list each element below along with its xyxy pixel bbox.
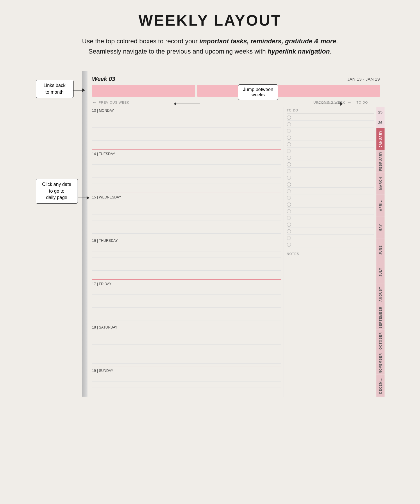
todo-item[interactable] — [287, 175, 374, 181]
day-label-tuesday[interactable]: 14| TUESDAY — [92, 150, 281, 157]
day-label-monday[interactable]: 13| MONDAY — [92, 107, 281, 114]
todo-column-header: TO DO — [287, 107, 374, 113]
todo-item[interactable] — [287, 182, 374, 188]
day-block-saturday: 18| SATURDAY — [92, 324, 281, 366]
side-tab-february[interactable]: FEBRUARY — [376, 150, 385, 172]
todo-item[interactable] — [287, 235, 374, 241]
todo-line — [293, 243, 374, 247]
side-tab-april[interactable]: APRIL — [376, 194, 385, 216]
day-line — [92, 314, 281, 320]
todo-item[interactable] — [287, 135, 374, 141]
todo-line — [293, 142, 374, 146]
todo-circle — [287, 189, 291, 193]
side-tab-september[interactable]: SEPTEMBER — [376, 305, 385, 330]
todo-line — [293, 229, 374, 233]
side-tab-december[interactable]: DECEM... — [376, 375, 385, 397]
todo-item[interactable] — [287, 228, 374, 235]
todo-line — [293, 129, 374, 133]
todo-item[interactable] — [287, 115, 374, 121]
todo-line — [293, 149, 374, 153]
todo-circle — [287, 236, 291, 240]
todo-circle — [287, 136, 291, 140]
day-line — [92, 184, 281, 190]
day-line — [92, 178, 281, 184]
page-title: WEEKLY LAYOUT — [138, 12, 281, 29]
day-line — [92, 128, 281, 134]
nav-row: ← PREVIOUS WEEK Jump between weeks — [92, 100, 385, 105]
todo-line — [293, 176, 374, 180]
day-line — [92, 345, 281, 351]
todo-circle — [287, 182, 291, 187]
todo-item[interactable] — [287, 162, 374, 168]
side-tab-october[interactable]: OCTOBER — [376, 330, 385, 352]
todo-item[interactable] — [287, 208, 374, 214]
day-label-wednesday[interactable]: 15| WEDNESDAY — [92, 194, 281, 200]
day-line — [92, 258, 281, 264]
day-line — [92, 351, 281, 357]
side-tab-25[interactable]: 25 — [376, 107, 385, 117]
todo-circle — [287, 156, 291, 160]
day-line — [92, 332, 281, 338]
day-label-saturday[interactable]: 18| SATURDAY — [92, 324, 281, 331]
day-label-friday[interactable]: 17 | FRIDAY — [92, 280, 281, 287]
todo-circle — [287, 176, 291, 180]
side-tab-august[interactable]: AUGUST — [376, 283, 385, 305]
side-tab-may[interactable]: MAY — [376, 216, 385, 239]
side-tab-march[interactable]: MARCH — [376, 172, 385, 194]
planner-header: Week 03 JAN 13 - JAN 19 — [92, 76, 385, 82]
day-line — [92, 308, 281, 314]
todo-item[interactable] — [287, 215, 374, 221]
day-block-friday: 17 | FRIDAY — [92, 280, 281, 323]
day-lines-saturday — [92, 331, 281, 366]
day-block-thursday: 16| THURSDAY — [92, 237, 281, 280]
planner-body: 13| MONDAY 1 — [92, 107, 385, 397]
todo-item[interactable] — [287, 128, 374, 134]
todo-line — [293, 203, 374, 207]
day-lines-thursday — [92, 244, 281, 279]
planner-wrapper: Week 03 JAN 13 - JAN 19 ← PREVIOUS WEEK … — [82, 71, 385, 397]
todo-item[interactable] — [287, 155, 374, 161]
day-block-monday: 13| MONDAY — [92, 107, 281, 150]
day-line — [92, 221, 281, 227]
todo-line — [293, 209, 374, 213]
side-tabs: 25 26 JANUARY FEBRUARY MARCH APRIL MAY J… — [376, 107, 385, 397]
day-line — [92, 251, 281, 258]
todo-item[interactable] — [287, 202, 374, 208]
notes-header: NOTES — [287, 252, 374, 255]
day-line — [92, 288, 281, 295]
todo-item[interactable] — [287, 242, 374, 248]
day-separator — [92, 149, 281, 150]
day-label-thursday[interactable]: 16| THURSDAY — [92, 237, 281, 244]
demo-area: Links back to month Click any date to go… — [36, 71, 385, 397]
nav-prev[interactable]: ← PREVIOUS WEEK — [92, 100, 203, 105]
todo-header-nav: TO DO — [357, 101, 380, 104]
side-tab-november[interactable]: NOVEMBER — [376, 352, 385, 375]
day-line — [92, 202, 281, 208]
day-line — [92, 264, 281, 271]
todo-item[interactable] — [287, 195, 374, 201]
todo-item[interactable] — [287, 141, 374, 148]
notes-box[interactable] — [287, 257, 374, 373]
todo-item[interactable] — [287, 148, 374, 154]
todo-circle — [287, 122, 291, 126]
day-line — [92, 165, 281, 171]
annotation-links-month: Links back to month — [36, 80, 74, 98]
todo-line — [293, 156, 374, 160]
day-label-sunday[interactable]: 19| SUNDAY — [92, 367, 281, 374]
todo-circle — [287, 149, 291, 153]
todo-item[interactable] — [287, 121, 374, 127]
todo-line — [293, 136, 374, 140]
day-line — [92, 158, 281, 165]
todo-line — [293, 216, 374, 220]
side-tab-january[interactable]: JANUARY — [376, 128, 385, 150]
todo-item[interactable] — [287, 188, 374, 194]
side-tab-july[interactable]: JULY — [376, 261, 385, 283]
todo-circle — [287, 216, 291, 220]
nav-upcoming[interactable]: UPCOMING WEEK → — [314, 100, 352, 105]
side-tab-26[interactable]: 26 — [376, 117, 385, 128]
todo-item[interactable] — [287, 222, 374, 228]
arrow-left-icon: ← — [92, 100, 97, 105]
side-tab-june[interactable]: JUNE — [376, 239, 385, 261]
todo-item[interactable] — [287, 168, 374, 174]
todo-circle — [287, 142, 291, 146]
